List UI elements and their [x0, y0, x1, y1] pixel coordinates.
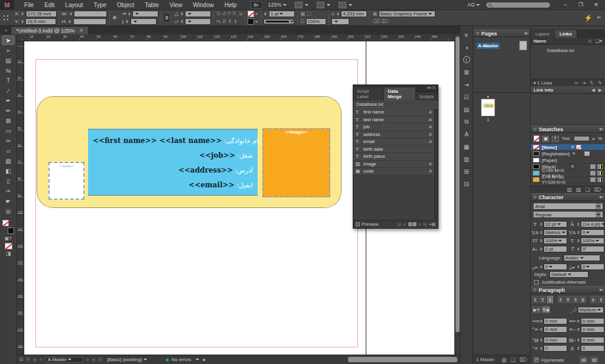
link-info-header[interactable]: Link Info ◀ ▶	[531, 86, 605, 94]
tool-button[interactable]	[2, 96, 15, 105]
swatch-row[interactable]: C=0 M=30 Y=100 K=0 ✕	[531, 177, 605, 183]
preflight-profile-dropdown[interactable]: [Basic] (working)	[106, 357, 162, 363]
workspace-switcher[interactable]: AG	[467, 2, 480, 8]
kashida-before-control[interactable]: س 0	[532, 263, 567, 270]
last-page-button[interactable]: >|	[92, 358, 95, 362]
edit-page-size-icon[interactable]: ▤	[502, 357, 507, 363]
menu-item[interactable]: Table	[139, 2, 164, 8]
dock-panel-icon[interactable]	[462, 80, 471, 89]
para-direction-b-button[interactable]	[590, 356, 599, 363]
next-record-button[interactable]: >	[419, 222, 421, 226]
menu-item[interactable]: Edit	[39, 2, 60, 8]
screen-mode-dropdown[interactable]	[317, 2, 330, 8]
tool-button[interactable]	[2, 156, 15, 165]
object-style-dropdown[interactable]: Basic Graphics Frame	[379, 11, 435, 17]
tool-button[interactable]	[2, 56, 15, 65]
panel-tab[interactable]: Script Label	[353, 87, 384, 100]
para-direction-a-button[interactable]	[580, 356, 588, 363]
rotate-ccw-icon[interactable]: ↺	[222, 11, 227, 17]
relink-icon[interactable]: ∞	[574, 80, 578, 86]
corner-shape-dropdown[interactable]	[331, 18, 349, 25]
y-stepper[interactable]	[20, 18, 24, 25]
active-swatch-none[interactable]	[534, 135, 539, 142]
prev-link-icon[interactable]: ◀	[591, 87, 595, 93]
justify-last-left-button[interactable]	[558, 296, 564, 303]
new-swatch-group-icon[interactable]: ▧	[576, 187, 581, 193]
justify-all-button[interactable]	[580, 296, 586, 303]
code-placeholder-box[interactable]: <<code>>	[48, 162, 84, 200]
menu-item[interactable]: Layout	[60, 2, 88, 8]
w-field[interactable]	[74, 11, 107, 17]
rotation-stepper[interactable]	[180, 11, 184, 17]
font-size-control[interactable]: T 12 pt	[532, 220, 567, 228]
kerning-control[interactable]: V̥A Metrics	[532, 229, 567, 236]
edit-original-icon[interactable]: ✎	[598, 80, 602, 86]
font-family-dropdown[interactable]: Arial	[533, 203, 603, 210]
dock-panel-icon[interactable]	[462, 142, 471, 151]
vertical-scrollbar-thumb[interactable]	[456, 37, 460, 332]
panel-menu-icon[interactable]: ▾≡	[599, 127, 603, 132]
tool-button[interactable]	[2, 186, 15, 196]
justify-last-center-button[interactable]	[565, 296, 571, 303]
master-page-name[interactable]: A-Master	[476, 43, 500, 49]
data-source-row[interactable]: DataBase.txt	[353, 100, 438, 108]
rotate-cw-icon[interactable]: ↻	[216, 11, 221, 17]
swatch-row[interactable]: [None] ✕	[531, 144, 605, 151]
data-merge-field[interactable]: T birth date	[353, 146, 434, 154]
dock-panel-icon[interactable]	[462, 130, 471, 138]
reference-point-grid[interactable]	[2, 14, 10, 22]
screen-mode-button[interactable]: ◨	[6, 251, 11, 256]
master-page-thumbnail[interactable]	[519, 41, 527, 50]
shear-field[interactable]	[185, 18, 211, 25]
hyphenate-checkbox[interactable]: ✓	[534, 358, 539, 362]
digits-dropdown[interactable]: Default	[549, 271, 588, 278]
new-swatch-icon[interactable]: ❏	[585, 187, 590, 193]
tool-button[interactable]	[2, 166, 15, 176]
page-thumbnail-wrap[interactable]: ▼ 1	[479, 96, 497, 122]
scroll-left-icon[interactable]: ◀	[202, 358, 205, 362]
font-style-dropdown[interactable]: Regular	[533, 211, 603, 218]
prev-record-button[interactable]: <	[403, 222, 405, 226]
menu-item[interactable]: Window	[187, 2, 219, 8]
w-stepper[interactable]	[69, 11, 73, 17]
first-line-indent-control[interactable]: ⁺≡ 0 mm	[532, 326, 567, 333]
leading-control[interactable]: Ā (14.4 pt)	[569, 220, 604, 228]
menu-item[interactable]: Object	[112, 2, 139, 8]
prev-page-button[interactable]: <	[40, 358, 43, 362]
fill-stroke-control[interactable]	[2, 220, 15, 234]
align-right-button[interactable]	[547, 296, 553, 303]
tool-button[interactable]	[2, 66, 15, 75]
scale-x-stepper[interactable]	[127, 11, 131, 17]
delete-page-icon[interactable]: ⌦	[519, 357, 527, 363]
horizontal-scrollbar-thumb[interactable]	[348, 357, 457, 362]
tool-button[interactable]	[2, 196, 15, 206]
formatting-affects-text-icon[interactable]: ▣T	[5, 236, 12, 241]
page-transition-icon[interactable]: ⧉	[19, 357, 23, 362]
clear-overrides-icon[interactable]: ⌫	[372, 19, 380, 24]
tool-button[interactable]	[2, 136, 15, 145]
tool-button[interactable]	[2, 86, 15, 95]
swatch-row[interactable]: [Registration] ✕	[531, 151, 605, 157]
dock-panel-icon[interactable]	[462, 68, 471, 76]
merge-records-icon[interactable]: ⇥▦	[428, 222, 435, 227]
first-record-button[interactable]: |<	[398, 222, 402, 226]
menu-item[interactable]: File	[19, 2, 39, 8]
right-indent-control[interactable]: ≡⇤ 0 mm	[569, 317, 604, 324]
rtl-direction-button[interactable]: ¶◀	[542, 306, 550, 313]
left-indent-control[interactable]: ⇥≡ 0 mm	[532, 317, 567, 324]
link-row[interactable]: DataBase.txt	[531, 47, 605, 54]
panel-collapse-icon[interactable]: ≎	[533, 194, 537, 200]
align-left-button[interactable]	[532, 296, 538, 303]
panel-collapse-icon[interactable]: ≎	[533, 126, 537, 132]
dock-panel-icon[interactable]	[462, 167, 471, 176]
tab-close-icon[interactable]: ✕	[79, 28, 83, 33]
align-away-spine-button[interactable]	[598, 296, 604, 303]
tool-button[interactable]	[2, 46, 15, 55]
panel-menu-icon[interactable]: ▾≡	[599, 288, 603, 292]
image-placeholder-box[interactable]: <<image>>	[262, 128, 330, 197]
y-field[interactable]: 15.5 mm	[25, 18, 56, 25]
fill-swatch-arrow-icon[interactable]: ▸	[255, 19, 258, 24]
prev-object-icon[interactable]: ⇞	[227, 19, 232, 24]
select-container-icon[interactable]: ⇱	[232, 11, 237, 17]
scale-y-stepper[interactable]	[125, 18, 129, 25]
